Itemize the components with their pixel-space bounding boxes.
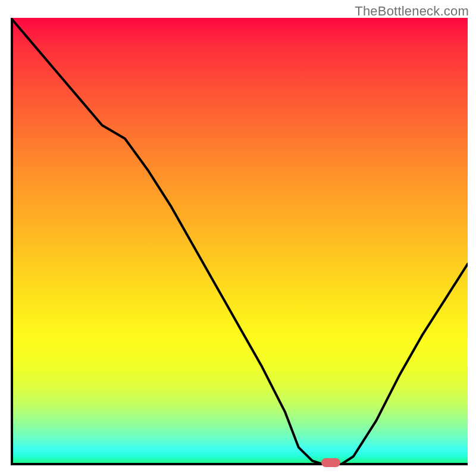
optimal-marker <box>321 458 340 467</box>
chart-line-svg <box>11 18 468 465</box>
chart-container <box>11 18 468 474</box>
bottleneck-curve <box>11 18 468 465</box>
watermark: TheBottleneck.com <box>355 4 469 19</box>
